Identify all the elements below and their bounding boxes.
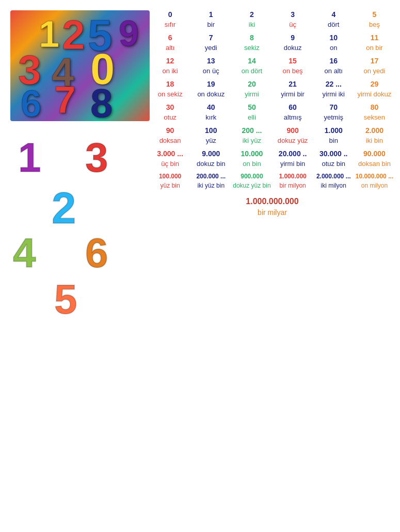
num-0-4: 4	[313, 10, 354, 19]
num-6-1: 9.000	[190, 149, 231, 158]
num-5-5: 2.000	[354, 126, 395, 135]
num-7-0: 100.000	[150, 173, 190, 180]
word-0-3: üç	[273, 21, 313, 28]
word-6-3: yirmi bin	[273, 160, 313, 168]
num-row-1: 6 7 8 9 10 11	[150, 34, 395, 42]
num-4-2: 50	[231, 103, 272, 111]
word-row-4: otuz kırk elli altmış yetmiş seksen	[150, 113, 395, 121]
word-row-1: altı yedi sekiz dokuz on on bir	[150, 44, 395, 52]
num-0-2: 2	[231, 10, 272, 19]
word-2-5: on yedi	[354, 67, 395, 75]
row-group-1: 6 7 8 9 10 11 altı yedi sekiz dokuz on o…	[150, 34, 395, 52]
num-7-5: 10.000.000 ...	[354, 173, 395, 180]
word-5-0: doksan	[150, 137, 190, 144]
num-1-3: 9	[273, 34, 313, 42]
row-group-5: 90 100 200 ... 900 1.000 2.000 doksan yü…	[150, 126, 395, 144]
billion-word: bir milyar	[150, 208, 395, 217]
word-5-4: bin	[313, 137, 354, 144]
table-area: 0 1 2 3 4 5 sıfır bir iki üç dört beş 6 …	[150, 10, 395, 221]
row-group-billion: 1.000.000.000 bir milyar	[150, 197, 395, 217]
row-group-0: 0 1 2 3 4 5 sıfır bir iki üç dört beş	[150, 10, 395, 28]
word-6-2: on bin	[231, 160, 272, 168]
num-7-3: 1.000.000	[273, 173, 313, 180]
num-2-2: 14	[231, 57, 272, 65]
word-row-2: on iki on üç on dört on beş on altı on y…	[150, 67, 395, 75]
num-6-5: 90.000	[354, 149, 395, 158]
num-0-0: 0	[150, 10, 190, 19]
num-2-3: 15	[273, 57, 313, 65]
word-5-5: iki bin	[354, 137, 395, 144]
num-5-4: 1.000	[313, 126, 354, 135]
num-5-2: 200 ...	[231, 126, 272, 135]
num-6-0: 3.000 ...	[150, 149, 190, 158]
word-1-4: on	[313, 44, 354, 52]
num-3-1: 19	[190, 80, 231, 88]
left-big-numbers: 1 3 2 4 6 5	[10, 134, 147, 330]
word-4-0: otuz	[150, 113, 190, 121]
num-2-0: 12	[150, 57, 190, 65]
numbers-image: 1 2 5 9 3 4 0 6 7 8	[10, 10, 150, 121]
big-num-2: 2	[52, 183, 76, 234]
word-2-4: on altı	[313, 67, 354, 75]
word-7-2: dokuz yüz bin	[231, 182, 272, 189]
word-4-5: seksen	[354, 113, 395, 121]
row-group-6: 3.000 ... 9.000 10.000 20.000 .. 30.000 …	[150, 149, 395, 168]
word-3-5: yirmi dokuz	[354, 90, 395, 98]
num-2-5: 17	[354, 57, 395, 65]
word-3-4: yirmi iki	[313, 90, 354, 98]
word-0-1: bir	[190, 21, 231, 28]
word-7-4: iki milyon	[313, 182, 354, 189]
word-0-5: beş	[354, 21, 395, 28]
row-group-4: 30 40 50 60 70 80 otuz kırk elli altmış …	[150, 103, 395, 121]
word-1-5: on bir	[354, 44, 395, 52]
word-6-0: üç bin	[150, 160, 190, 168]
word-row-0: sıfır bir iki üç dört beş	[150, 21, 395, 28]
word-5-1: yüz	[190, 137, 231, 144]
num-3-5: 29	[354, 80, 395, 88]
big-num-1: 1	[18, 134, 41, 181]
num-0-1: 1	[190, 10, 231, 19]
num-5-3: 900	[273, 126, 313, 135]
num-0-5: 5	[354, 10, 395, 19]
word-6-1: dokuz bin	[190, 160, 231, 168]
num-3-3: 21	[273, 80, 313, 88]
num-3-0: 18	[150, 80, 190, 88]
word-row-6: üç bin dokuz bin on bin yirmi bin otuz b…	[150, 160, 395, 168]
num-1-2: 8	[231, 34, 272, 42]
word-1-2: sekiz	[231, 44, 272, 52]
num-6-3: 20.000 ..	[273, 149, 313, 158]
word-4-4: yetmiş	[313, 113, 354, 121]
word-7-1: iki yüz bin	[190, 182, 231, 189]
num-row-5: 90 100 200 ... 900 1.000 2.000	[150, 126, 395, 135]
num-2-4: 16	[313, 57, 354, 65]
word-6-4: otuz bin	[313, 160, 354, 168]
word-5-2: iki yüz	[231, 137, 272, 144]
num-7-4: 2.000.000 ...	[313, 173, 354, 180]
num-4-4: 70	[313, 103, 354, 111]
word-7-0: yüz bin	[150, 182, 190, 189]
word-5-3: dokuz yüz	[273, 137, 313, 144]
page: 1 2 5 9 3 4 0 6 7 8 1 3 2 4 6 5 0 1	[0, 0, 400, 532]
num-5-0: 90	[150, 126, 190, 135]
num-7-2: 900.000	[231, 173, 272, 180]
num-3-4: 22 ...	[313, 80, 354, 88]
word-2-0: on iki	[150, 67, 190, 75]
num-1-1: 7	[190, 34, 231, 42]
num-1-0: 6	[150, 34, 190, 42]
word-0-2: iki	[231, 21, 272, 28]
word-row-3: on sekiz on dokuz yirmi yirmi bir yirmi …	[150, 90, 395, 98]
num-1-4: 10	[313, 34, 354, 42]
big-num-4: 4	[13, 229, 36, 277]
word-7-3: bir milyon	[273, 182, 313, 189]
word-1-1: yedi	[190, 44, 231, 52]
word-3-0: on sekiz	[150, 90, 190, 98]
word-0-0: sıfır	[150, 21, 190, 28]
num-7-1: 200.000 ...	[190, 173, 231, 180]
big-num-6: 6	[85, 229, 108, 277]
word-2-3: on beş	[273, 67, 313, 75]
word-3-3: yirmi bir	[273, 90, 313, 98]
word-3-1: on dokuz	[190, 90, 231, 98]
word-2-1: on üç	[190, 67, 231, 75]
num-5-1: 100	[190, 126, 231, 135]
row-group-7: 100.000 200.000 ... 900.000 1.000.000 2.…	[150, 173, 395, 189]
